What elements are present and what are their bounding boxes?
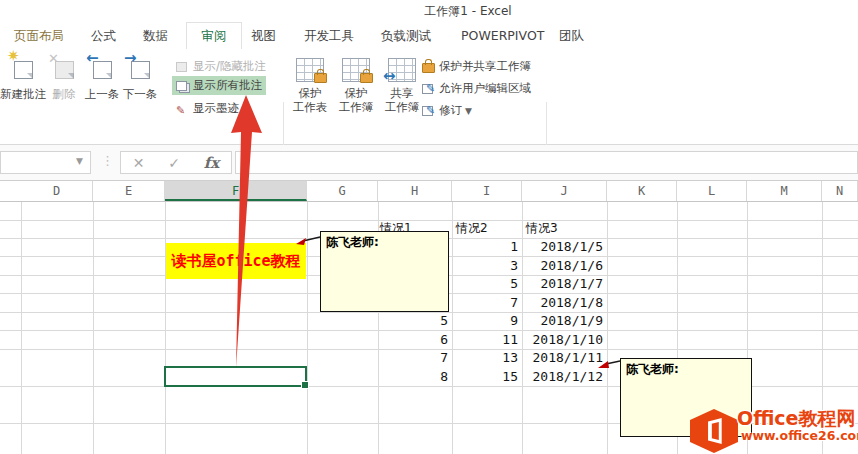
formula-bar-grip-icon: ⋮ bbox=[101, 153, 114, 168]
highlighted-cell-text: 读书屋office教程 bbox=[171, 252, 300, 271]
column-header-J[interactable]: J bbox=[522, 181, 607, 201]
gridline bbox=[452, 202, 453, 454]
data-cell[interactable]: 5 bbox=[452, 275, 518, 293]
table-header-cell[interactable]: 情况2 bbox=[456, 219, 488, 237]
ribbon-tab-row: 页面布局 公式 数据 审阅 视图 开发工具 负载测试 POWERPIVOT 团队 bbox=[0, 22, 858, 49]
data-cell[interactable]: 5 bbox=[378, 312, 448, 330]
new-comment-label: 新建批注 bbox=[0, 87, 46, 101]
tab-page-layout[interactable]: 页面布局 bbox=[14, 22, 64, 49]
tab-view[interactable]: 视图 bbox=[251, 22, 276, 49]
enter-icon[interactable]: ✓ bbox=[168, 155, 180, 171]
title-bar: 工作簿1 - Excel bbox=[0, 0, 858, 22]
gridline bbox=[21, 202, 22, 454]
column-header-M[interactable]: M bbox=[747, 181, 822, 201]
selected-cell[interactable] bbox=[164, 366, 307, 387]
tab-team[interactable]: 团队 bbox=[559, 22, 584, 49]
data-cell[interactable]: 15 bbox=[452, 368, 518, 386]
previous-comment-button[interactable]: ← 上一条 bbox=[83, 55, 121, 121]
highlighted-cell[interactable]: 读书屋office教程 bbox=[166, 243, 306, 279]
gridline bbox=[522, 202, 523, 454]
window-title: 工作簿1 - Excel bbox=[334, 3, 602, 20]
comment-box[interactable]: 陈飞老师: bbox=[320, 231, 449, 312]
column-headers: DEFGHIJKLMN bbox=[0, 181, 858, 202]
insert-function-icon[interactable]: fx bbox=[204, 154, 219, 172]
allow-edit-ranges-label: 允许用户编辑区域 bbox=[439, 81, 531, 96]
fill-handle[interactable] bbox=[301, 381, 309, 389]
protect-share-workbook-label: 保护并共享工作簿 bbox=[439, 59, 531, 74]
tab-data[interactable]: 数据 bbox=[143, 22, 168, 49]
protect-workbook-label-1: 保护 bbox=[334, 86, 378, 100]
column-header-L[interactable]: L bbox=[677, 181, 747, 201]
data-cell[interactable]: 2018/1/10 bbox=[522, 331, 603, 349]
column-header-K[interactable]: K bbox=[607, 181, 677, 201]
data-cell[interactable]: 7 bbox=[452, 294, 518, 312]
protect-workbook-label-2: 工作簿 bbox=[334, 100, 378, 114]
protect-share-workbook-button[interactable]: 保护并共享工作簿 bbox=[418, 57, 535, 76]
new-comment-button[interactable]: ✷ 新建批注 bbox=[0, 55, 46, 121]
tab-formulas[interactable]: 公式 bbox=[91, 22, 116, 49]
show-ink-label: 显示墨迹 bbox=[193, 101, 239, 116]
tab-load-test[interactable]: 负载测试 bbox=[381, 22, 431, 49]
data-cell[interactable]: 2018/1/7 bbox=[522, 275, 603, 293]
track-changes-label: 修订 bbox=[439, 103, 462, 118]
protect-sheet-label-1: 保护 bbox=[288, 86, 332, 100]
previous-comment-label: 上一条 bbox=[83, 87, 121, 101]
protect-workbook-button[interactable]: 保护 工作簿 bbox=[334, 55, 378, 121]
data-cell[interactable]: 2018/1/11 bbox=[522, 349, 603, 367]
tab-powerpivot[interactable]: POWERPIVOT bbox=[461, 22, 544, 49]
track-changes-button[interactable]: ✎ 修订 ▼ bbox=[418, 101, 476, 120]
previous-comment-icon: ← bbox=[89, 57, 115, 83]
data-cell[interactable]: 2018/1/6 bbox=[522, 257, 603, 275]
column-header-I[interactable]: I bbox=[452, 181, 522, 201]
allow-edit-ranges-button[interactable]: ✎ 允许用户编辑区域 bbox=[418, 79, 535, 98]
tab-review[interactable]: 审阅 bbox=[186, 22, 242, 50]
data-cell[interactable]: 2018/1/9 bbox=[522, 312, 603, 330]
data-cell[interactable]: 2018/1/5 bbox=[522, 238, 603, 256]
gridline bbox=[607, 202, 608, 454]
data-cell[interactable]: 9 bbox=[452, 312, 518, 330]
delete-comment-button[interactable]: ✕ 删除 bbox=[47, 55, 81, 121]
tab-developer[interactable]: 开发工具 bbox=[304, 22, 354, 49]
show-all-comments-button[interactable]: 显示所有批注 bbox=[172, 76, 266, 95]
data-cell[interactable]: 2018/1/8 bbox=[522, 294, 603, 312]
allow-edit-ranges-icon: ✎ bbox=[422, 83, 435, 95]
gridline bbox=[93, 202, 94, 454]
column-header-D[interactable]: D bbox=[21, 181, 93, 201]
column-header-H[interactable]: H bbox=[378, 181, 452, 201]
show-ink-icon: ✎ bbox=[176, 103, 189, 115]
table-header-cell[interactable]: 情况3 bbox=[526, 219, 558, 237]
name-box-caret-icon[interactable]: ▼ bbox=[76, 156, 83, 166]
delete-comment-label: 删除 bbox=[47, 87, 81, 101]
column-header-E[interactable]: E bbox=[93, 181, 165, 201]
gridline bbox=[307, 202, 308, 454]
protect-sheet-icon bbox=[296, 58, 324, 82]
data-cell[interactable]: 11 bbox=[452, 331, 518, 349]
protect-sheet-button[interactable]: 保护 工作表 bbox=[288, 55, 332, 121]
formula-bar: ▼ ⋮ ✕ ✓ fx bbox=[0, 145, 858, 181]
column-header-N[interactable]: N bbox=[822, 181, 858, 201]
office-logo-icon bbox=[690, 408, 738, 454]
column-header-F[interactable]: F bbox=[165, 181, 307, 201]
share-workbook-icon: ↔ bbox=[388, 58, 416, 82]
data-cell[interactable]: 7 bbox=[378, 349, 448, 367]
data-cell[interactable]: 1 bbox=[452, 238, 518, 256]
new-comment-icon: ✷ bbox=[10, 57, 36, 83]
data-cell[interactable]: 2018/1/12 bbox=[522, 368, 603, 386]
show-hide-comment-button[interactable]: 显示/隐藏批注 bbox=[172, 57, 270, 76]
protect-sheet-label-2: 工作表 bbox=[288, 100, 332, 114]
chevron-down-icon: ▼ bbox=[465, 106, 472, 116]
cancel-icon[interactable]: ✕ bbox=[133, 155, 145, 171]
column-header-G[interactable]: G bbox=[307, 181, 378, 201]
show-hide-comment-icon bbox=[176, 61, 189, 73]
protect-workbook-icon bbox=[342, 58, 370, 82]
data-cell[interactable]: 8 bbox=[378, 368, 448, 386]
show-hide-comment-label: 显示/隐藏批注 bbox=[193, 59, 266, 74]
data-cell[interactable]: 13 bbox=[452, 349, 518, 367]
formula-input[interactable] bbox=[235, 151, 858, 174]
data-cell[interactable]: 3 bbox=[452, 257, 518, 275]
show-all-comments-icon bbox=[176, 80, 189, 92]
data-cell[interactable]: 6 bbox=[378, 331, 448, 349]
show-ink-button[interactable]: ✎ 显示墨迹 bbox=[172, 99, 243, 118]
next-comment-button[interactable]: → 下一条 bbox=[121, 55, 159, 121]
delete-comment-icon: ✕ bbox=[51, 57, 77, 83]
